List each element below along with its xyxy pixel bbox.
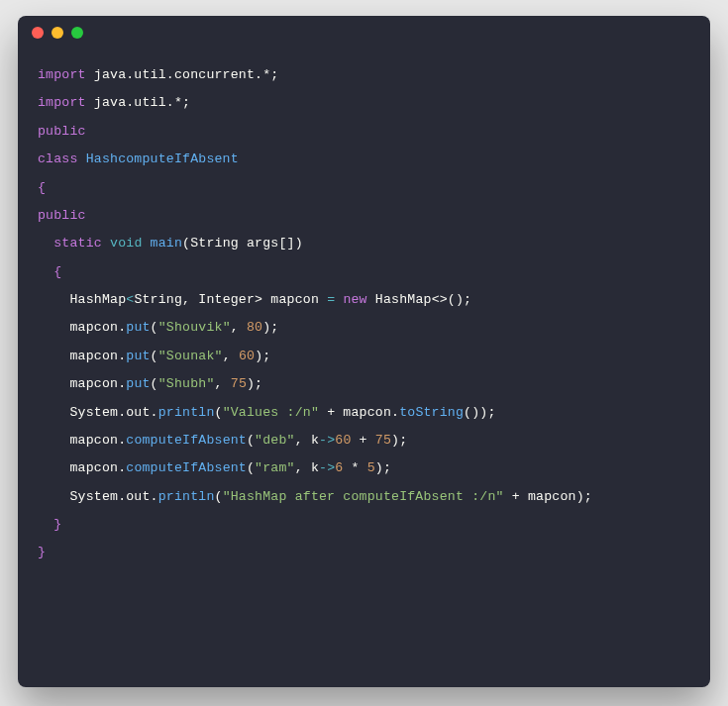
number-literal: 60: [335, 433, 351, 448]
method-tostring: toString: [399, 405, 464, 420]
number-literal: 60: [239, 349, 255, 363]
keyword-class: class: [38, 151, 86, 166]
paren: (: [151, 376, 158, 391]
arrow-op: ->: [319, 460, 335, 475]
brace: }: [38, 545, 46, 559]
keyword-new: new: [335, 292, 375, 307]
code-text: System.out.: [38, 405, 158, 420]
close-icon[interactable]: [32, 27, 44, 39]
keyword-public: public: [38, 124, 86, 139]
method-main: main: [151, 236, 182, 251]
code-text: , k: [295, 433, 319, 448]
string-literal: "deb": [255, 433, 295, 448]
code-text: + mapcon.: [319, 405, 399, 420]
code-text: mapcon.: [38, 460, 126, 475]
window-titlebar: [18, 16, 710, 50]
keyword-import: import: [38, 95, 86, 110]
code-text: String, Integer: [134, 292, 255, 307]
string-literal: "Shubh": [158, 376, 215, 391]
method-computeifabsent: computeIfAbsent: [126, 433, 247, 448]
code-text: ,: [231, 320, 247, 335]
brace: {: [38, 264, 61, 279]
string-literal: "Sounak": [158, 349, 223, 363]
code-text: > mapcon: [255, 292, 327, 307]
paren: (: [215, 405, 223, 420]
code-window: import java.util.concurrent.*; import ja…: [18, 16, 710, 687]
code-text: ,: [215, 376, 231, 391]
method-computeifabsent: computeIfAbsent: [126, 460, 247, 475]
code-text: );: [262, 320, 278, 335]
code-text: ,: [223, 349, 239, 363]
code-text: mapcon.: [38, 320, 126, 335]
operator: *: [343, 460, 366, 475]
string-literal: "Values :/n": [223, 405, 319, 420]
code-text: java.util.*;: [86, 95, 190, 110]
method-put: put: [126, 376, 150, 391]
arrow-op: ->: [319, 433, 335, 448]
keyword-static: static: [53, 236, 102, 251]
paren: (: [215, 489, 223, 504]
code-text: HashMap: [38, 292, 126, 307]
code-text: );: [247, 376, 262, 391]
number-literal: 80: [247, 320, 262, 335]
params: (String args[]): [182, 236, 303, 251]
method-put: put: [126, 349, 150, 363]
zoom-icon[interactable]: [71, 27, 83, 39]
number-literal: 75: [231, 376, 247, 391]
code-text: );: [375, 460, 391, 475]
code-text: mapcon.: [38, 349, 126, 363]
paren: (: [247, 460, 255, 475]
minimize-icon[interactable]: [52, 27, 63, 39]
method-put: put: [126, 320, 150, 335]
code-text: , k: [295, 460, 319, 475]
brace: {: [38, 180, 46, 195]
code-text: java.util.concurrent.*;: [86, 67, 279, 82]
class-name: HashcomputeIfAbsent: [86, 151, 239, 166]
code-text: );: [391, 433, 407, 448]
operator: +: [352, 433, 375, 448]
code-text: ());: [464, 405, 495, 420]
code-text: <>();: [432, 292, 472, 307]
code-text: mapcon.: [38, 376, 126, 391]
code-text: System.out.: [38, 489, 158, 504]
number-literal: 5: [367, 460, 375, 475]
keyword-void: void: [102, 236, 151, 251]
paren: (: [151, 349, 158, 363]
method-println: println: [158, 405, 215, 420]
code-text: + mapcon);: [504, 489, 592, 504]
code-text: );: [255, 349, 270, 363]
code-block: import java.util.concurrent.*; import ja…: [18, 50, 710, 587]
paren: (: [247, 433, 255, 448]
string-literal: "Shouvik": [158, 320, 231, 335]
number-literal: 75: [375, 433, 391, 448]
paren: (: [151, 320, 158, 335]
brace: }: [38, 517, 61, 532]
string-literal: "HashMap after computeIfAbsent :/n": [223, 489, 504, 504]
code-text: HashMap: [375, 292, 432, 307]
string-literal: "ram": [255, 460, 295, 475]
keyword-public: public: [38, 208, 86, 223]
keyword-import: import: [38, 67, 86, 82]
method-println: println: [158, 489, 215, 504]
code-text: mapcon.: [38, 433, 126, 448]
